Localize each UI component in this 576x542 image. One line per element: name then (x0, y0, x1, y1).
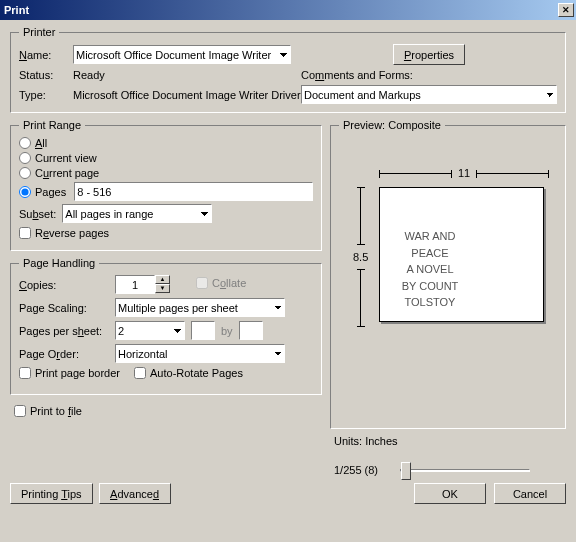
all-label[interactable]: All (35, 137, 47, 149)
printer-group: Printer Name: Microsoft Office Document … (10, 26, 566, 113)
print-to-file-label[interactable]: Print to file (30, 405, 82, 417)
printer-legend: Printer (19, 26, 59, 38)
radio-current-view[interactable] (19, 152, 31, 164)
current-page-label[interactable]: Current page (35, 167, 99, 179)
copies-spinner[interactable]: ▲▼ (115, 275, 170, 294)
radio-pages[interactable] (19, 186, 31, 198)
radio-all[interactable] (19, 137, 31, 149)
custom-w-input (191, 321, 215, 340)
print-range-group: Print Range All Current view Current pag… (10, 119, 322, 251)
dim-width: 11 (379, 167, 549, 179)
comments-select[interactable]: Document and Markups (301, 85, 557, 104)
properties-button[interactable]: Properties (393, 44, 465, 65)
name-label: Name: (19, 49, 67, 61)
preview-page: WAR AND PEACE A NOVEL BY COUNT TOLSTOY (379, 187, 544, 322)
copies-input[interactable] (115, 275, 155, 294)
autorotate-label[interactable]: Auto-Rotate Pages (150, 367, 243, 379)
copies-down[interactable]: ▼ (155, 284, 170, 293)
titlebar: Print ✕ (0, 0, 576, 20)
collate-checkbox (196, 277, 208, 289)
printer-name-select[interactable]: Microsoft Office Document Image Writer (73, 45, 291, 64)
page-thumbnail-text: WAR AND PEACE A NOVEL BY COUNT TOLSTOY (400, 228, 460, 311)
border-checkbox[interactable] (19, 367, 31, 379)
window-title: Print (4, 4, 558, 16)
reverse-label[interactable]: Reverse pages (35, 227, 109, 239)
order-select[interactable]: Horizontal (115, 344, 285, 363)
pages-input[interactable] (74, 182, 313, 201)
border-label[interactable]: Print page border (35, 367, 120, 379)
type-value: Microsoft Office Document Image Writer D… (73, 89, 295, 101)
pps-select[interactable]: 2 (115, 321, 185, 340)
dim-height: 8.5 (353, 187, 368, 327)
custom-h-input (239, 321, 263, 340)
by-label: by (221, 325, 233, 337)
cancel-button[interactable]: Cancel (494, 483, 566, 504)
handling-legend: Page Handling (19, 257, 99, 269)
comments-label: Comments and Forms: (301, 69, 557, 81)
ok-button[interactable]: OK (414, 483, 486, 504)
progress-label: 1/255 (8) (334, 464, 394, 476)
order-label: Page Order: (19, 348, 109, 360)
copies-label: Copies: (19, 279, 109, 291)
page-handling-group: Page Handling Copies: ▲▼ Collate Page Sc… (10, 257, 322, 395)
pages-label[interactable]: Pages (35, 186, 66, 198)
scaling-label: Page Scaling: (19, 302, 109, 314)
reverse-checkbox[interactable] (19, 227, 31, 239)
type-label: Type: (19, 89, 67, 101)
subset-select[interactable]: All pages in range (62, 204, 212, 223)
preview-group: Preview: Composite 11 8.5 WAR AND PEACE … (330, 119, 566, 429)
preview-legend: Preview: Composite (339, 119, 445, 131)
page-slider[interactable] (400, 461, 530, 479)
current-view-label[interactable]: Current view (35, 152, 97, 164)
pps-label: Pages per sheet: (19, 325, 109, 337)
close-button[interactable]: ✕ (558, 3, 574, 17)
print-to-file-checkbox[interactable] (14, 405, 26, 417)
subset-label: Subset: (19, 208, 56, 220)
scaling-select[interactable]: Multiple pages per sheet (115, 298, 285, 317)
preview-area: 11 8.5 WAR AND PEACE A NOVEL BY COUNT TO… (339, 137, 557, 377)
printing-tips-button[interactable]: Printing Tips (10, 483, 93, 504)
status-value: Ready (73, 69, 295, 81)
units-label: Units: Inches (334, 435, 566, 447)
radio-current-page[interactable] (19, 167, 31, 179)
range-legend: Print Range (19, 119, 85, 131)
status-label: Status: (19, 69, 67, 81)
copies-up[interactable]: ▲ (155, 275, 170, 284)
collate-label: Collate (212, 277, 246, 289)
autorotate-checkbox[interactable] (134, 367, 146, 379)
advanced-button[interactable]: Advanced (99, 483, 171, 504)
